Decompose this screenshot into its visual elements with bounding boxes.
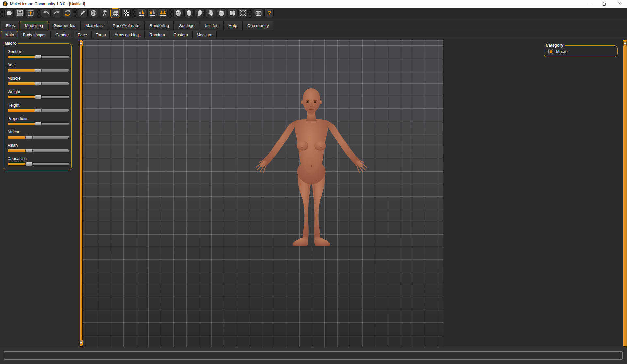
minimize-icon [587, 1, 592, 7]
macro-sliders: GenderAgeMuscleWeightHeightProportionsAf… [8, 49, 69, 166]
tab-pose-animate[interactable]: Pose/Animate [108, 21, 144, 30]
right-panel-divider[interactable] [623, 40, 627, 347]
wireframe-button[interactable] [89, 8, 98, 18]
toolbar-separator [74, 8, 76, 18]
tab-files[interactable]: Files [1, 21, 20, 30]
slider-thumb[interactable] [25, 149, 33, 153]
subtab-random[interactable]: Random [145, 31, 169, 39]
grid-button[interactable] [110, 8, 120, 18]
african-slider[interactable] [8, 136, 69, 139]
slider-fill [8, 69, 35, 72]
slider-fill [8, 82, 35, 85]
tab-rendering[interactable]: Rendering [144, 21, 174, 30]
right-view-button[interactable] [195, 8, 205, 18]
subtab-measure[interactable]: Measure [192, 31, 217, 39]
tab-utilities[interactable]: Utilities [200, 21, 223, 30]
slider-thumb[interactable] [25, 135, 33, 139]
divider-grip-icon[interactable] [79, 340, 83, 345]
category-option-macro[interactable]: Macro [548, 49, 615, 54]
uv-checker-button[interactable] [121, 8, 131, 18]
slider-thumb[interactable] [35, 95, 42, 99]
undo-icon [42, 9, 50, 17]
slider-thumb[interactable] [25, 162, 33, 166]
help-button[interactable]: ? [264, 8, 274, 18]
slider-thumb[interactable] [35, 55, 42, 59]
age-slider[interactable] [8, 69, 69, 72]
close-button[interactable] [612, 0, 627, 8]
tab-settings[interactable]: Settings [174, 21, 199, 30]
symmetry-both-button[interactable] [158, 8, 168, 18]
redo-button[interactable] [52, 8, 61, 18]
symmetry-left-button[interactable] [147, 8, 157, 18]
param-label: Gender [8, 49, 69, 54]
caucasian-slider[interactable] [8, 162, 69, 166]
toolbar-separator [249, 8, 252, 18]
subtab-main[interactable]: Main [1, 31, 18, 39]
radio-button-icon[interactable] [548, 49, 553, 54]
smooth-shading-button[interactable] [78, 8, 88, 18]
radio-label: Macro [556, 49, 568, 54]
save-button[interactable] [15, 8, 25, 18]
subtab-gender[interactable]: Gender [51, 31, 73, 39]
toolbar-separator [37, 8, 40, 18]
load-icon [27, 9, 35, 17]
human-model[interactable] [248, 86, 374, 246]
muscle-slider[interactable] [8, 82, 69, 85]
symmetry-right-button[interactable] [137, 8, 146, 18]
subtab-custom[interactable]: Custom [170, 31, 192, 39]
maximize-button[interactable] [597, 0, 612, 8]
tab-materials[interactable]: Materials [80, 21, 107, 30]
slider-thumb[interactable] [35, 68, 42, 72]
pose-button[interactable] [100, 8, 109, 18]
slider-fill [8, 96, 35, 98]
toolbar: ? [0, 8, 627, 19]
left-panel-divider[interactable] [80, 40, 83, 347]
category-groupbox: Category Macro [544, 45, 618, 57]
weight-slider[interactable] [8, 95, 69, 99]
divider-grip-icon[interactable] [79, 41, 83, 46]
new-button[interactable] [4, 8, 14, 18]
load-button[interactable] [26, 8, 35, 18]
back-view-button[interactable] [184, 8, 194, 18]
head-back-icon [185, 9, 193, 17]
svg-text:?: ? [267, 10, 271, 17]
save-icon [16, 9, 24, 17]
help-icon: ? [265, 9, 273, 17]
asian-slider[interactable] [8, 149, 69, 152]
slider-fill [8, 56, 35, 58]
gender-slider[interactable] [8, 55, 69, 58]
viewport-background-right[interactable] [443, 39, 623, 347]
tab-modelling[interactable]: Modelling [20, 21, 48, 30]
subtab-face[interactable]: Face [74, 31, 91, 39]
tab-help[interactable]: Help [223, 21, 242, 30]
reload-button[interactable] [63, 8, 72, 18]
param-label: Proportions [8, 116, 69, 121]
proportions-slider[interactable] [8, 122, 69, 125]
left-view-button[interactable] [206, 8, 215, 18]
checkerboard-icon [122, 9, 130, 17]
param-label: Height [8, 103, 69, 108]
tab-community[interactable]: Community [242, 21, 274, 30]
subtab-body-shapes[interactable]: Body shapes [19, 31, 51, 39]
param-label: Caucasian [8, 157, 69, 161]
height-slider[interactable] [8, 109, 69, 112]
macro-groupbox: Macro GenderAgeMuscleWeightHeightProport… [3, 43, 72, 170]
side-view-button[interactable] [227, 8, 237, 18]
divider-grip-icon[interactable] [623, 41, 627, 46]
front-view-button[interactable] [173, 8, 183, 18]
param-weight: Weight [8, 90, 69, 99]
tab-geometries[interactable]: Geometries [48, 21, 80, 30]
grab-screen-button[interactable] [254, 8, 263, 18]
param-african: African [8, 130, 69, 139]
slider-thumb[interactable] [35, 108, 42, 112]
subtab-arms-and-legs[interactable]: Arms and legs [110, 31, 145, 39]
undo-button[interactable] [41, 8, 51, 18]
subtab-torso[interactable]: Torso [91, 31, 110, 39]
window-title: MakeHuman Community 1.3.0 - [Untitled] [10, 2, 85, 6]
slider-thumb[interactable] [35, 82, 42, 86]
orthographic-button[interactable] [238, 8, 248, 18]
head-profile-left-icon [207, 9, 215, 17]
slider-thumb[interactable] [35, 122, 42, 126]
top-view-button[interactable] [217, 8, 226, 18]
minimize-button[interactable] [582, 0, 597, 8]
